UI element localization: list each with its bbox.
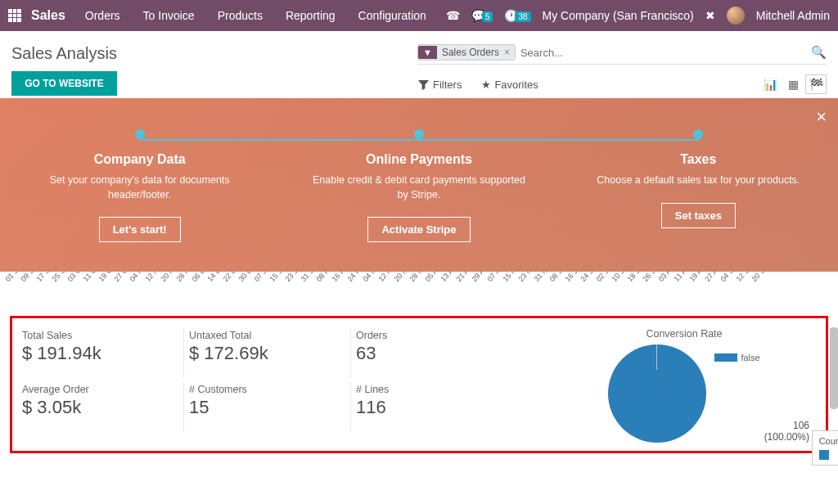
stat-card[interactable]: # Customers15 <box>187 382 351 431</box>
date-tick: 23 Jan 202 <box>284 272 300 283</box>
stat-value: $ 191.94k <box>22 343 183 364</box>
search-icon[interactable]: 🔍 <box>811 45 827 60</box>
date-tick: 31 May 202 <box>533 272 548 283</box>
date-tick: 18 Jul 202 <box>626 272 642 283</box>
date-tick: 02 Jul 202 <box>595 272 610 283</box>
nav-products[interactable]: Products <box>218 9 263 22</box>
date-tick: 27 Aug 202 <box>704 272 719 283</box>
stat-label: Untaxed Total <box>189 330 350 341</box>
close-icon[interactable]: × <box>816 106 827 128</box>
view-dashboard-button[interactable]: 🏁 <box>805 74 827 94</box>
date-tick: 28 Nov 202 <box>175 272 191 283</box>
view-switcher: 📊 ▦ 🏁 <box>759 74 827 94</box>
filter-row: Filters ★Favorites 📊 ▦ 🏁 <box>417 74 827 94</box>
view-graph-button[interactable]: 📊 <box>759 74 781 94</box>
go-to-website-button[interactable]: GO TO WEBSITE <box>11 71 117 96</box>
apps-icon[interactable] <box>8 9 21 22</box>
nav-reporting[interactable]: Reporting <box>286 9 336 22</box>
stat-card[interactable]: Average Order$ 3.05k <box>20 382 184 431</box>
user-name[interactable]: Mitchell Admin <box>756 9 830 22</box>
date-tick: 04 Nov 202 <box>128 272 144 283</box>
conversion-side-value: 106 (100.00%) <box>764 420 809 443</box>
tools-icon[interactable]: ✖ <box>705 9 715 22</box>
card-title: Taxes <box>575 152 821 167</box>
stat-value: 63 <box>356 343 518 364</box>
step-dot <box>414 129 424 139</box>
stat-value: $ 172.69k <box>189 343 350 364</box>
nav-to-invoice[interactable]: To Invoice <box>143 9 195 22</box>
star-icon: ★ <box>481 79 491 91</box>
tag-remove-icon[interactable]: × <box>504 47 510 58</box>
card-title: Company Data <box>17 152 263 167</box>
tooltip-title: Count <box>819 436 838 446</box>
view-pivot-button[interactable]: ▦ <box>782 74 804 94</box>
date-tick: 03 Oct 202 <box>66 272 82 283</box>
chart-legend: false <box>714 353 759 362</box>
stat-value: 15 <box>189 397 350 418</box>
date-tick: 29 Apr 202 <box>471 272 486 283</box>
stats-panel: Total Sales$ 191.94kUntaxed Total$ 172.6… <box>10 316 828 453</box>
date-tick: 12 Nov 202 <box>144 272 160 283</box>
activity-badge: 38 <box>515 11 530 22</box>
chart-tooltip: Count <box>812 430 838 466</box>
date-tick: 16 Feb 202 <box>331 272 346 283</box>
brand[interactable]: Sales <box>31 8 65 23</box>
search-tag: ▼ Sales Orders × <box>417 44 516 61</box>
scrollbar-thumb[interactable] <box>830 327 838 409</box>
date-tick: 20 Mar 202 <box>393 272 408 283</box>
phone-icon[interactable]: ☎ <box>446 9 460 22</box>
card-taxes: Taxes Choose a default sales tax for you… <box>575 129 821 242</box>
subheader: Sales Analysis GO TO WEBSITE ▼ Sales Ord… <box>0 31 838 97</box>
date-tick: 04 Sep 202 <box>719 272 735 283</box>
date-tick: 12 Sep 202 <box>735 272 750 283</box>
date-tick: 15 Jan 202 <box>268 272 284 283</box>
date-tick: 20 Sep 202 <box>750 272 766 283</box>
date-tick: 27 Oct 202 <box>113 272 128 283</box>
stat-label: # Customers <box>189 384 350 395</box>
lets-start-button[interactable]: Let's start! <box>99 217 181 242</box>
date-tick: 03 Aug 202 <box>657 272 673 283</box>
avatar[interactable] <box>727 7 745 25</box>
stat-value: $ 3.05k <box>22 397 183 418</box>
nav-menu: Orders To Invoice Products Reporting Con… <box>85 9 446 22</box>
date-tick: 24 Jun 202 <box>579 272 595 283</box>
stat-label: Orders <box>356 330 518 341</box>
pie-chart[interactable] <box>608 344 706 443</box>
set-taxes-button[interactable]: Set taxes <box>661 203 736 228</box>
date-tick: 16 Jun 202 <box>564 272 579 283</box>
stat-card[interactable]: Total Sales$ 191.94k <box>20 328 184 377</box>
date-tick: 08 Feb 202 <box>315 272 331 283</box>
stat-value: 116 <box>356 397 518 418</box>
nav-configuration[interactable]: Configuration <box>358 9 426 22</box>
date-tick: 26 Jul 202 <box>642 272 657 283</box>
search-bar: ▼ Sales Orders × 🔍 <box>417 44 827 65</box>
favorites-button[interactable]: ★Favorites <box>481 79 538 91</box>
date-tick: 04 Mar 202 <box>362 272 377 283</box>
nav-orders[interactable]: Orders <box>85 9 120 22</box>
date-tick: 17 Sep 202 <box>35 272 51 283</box>
company-selector[interactable]: My Company (San Francisco) <box>543 9 694 22</box>
date-tick: 31 Jan 202 <box>300 272 315 283</box>
stat-card[interactable]: Orders63 <box>354 328 518 377</box>
chat-icon[interactable]: 💬5 <box>471 9 493 22</box>
date-tick: 07 May 202 <box>486 272 502 283</box>
date-tick: 07 Jan 202 <box>253 272 268 283</box>
stat-card[interactable]: Untaxed Total$ 172.69k <box>187 328 351 377</box>
date-tick: 20 Nov 202 <box>160 272 175 283</box>
stat-card[interactable]: # Lines116 <box>354 382 518 431</box>
filters-button[interactable]: Filters <box>417 79 462 91</box>
stat-label: Total Sales <box>22 330 183 341</box>
search-input[interactable] <box>520 47 811 59</box>
activity-icon[interactable]: 🕐38 <box>504 9 530 22</box>
card-desc: Choose a default sales tax for your prod… <box>575 173 821 188</box>
topbar-right: ☎ 💬5 🕐38 My Company (San Francisco) ✖ Mi… <box>446 7 830 25</box>
card-title: Online Payments <box>296 152 542 167</box>
activate-stripe-button[interactable]: Activate Stripe <box>367 217 470 242</box>
conversion-title: Conversion Rate <box>551 328 818 340</box>
onboarding-banner: × Company Data Set your company's data f… <box>0 98 838 272</box>
date-tick: 30 Dec 202 <box>237 272 253 283</box>
date-tick: 21 Apr 202 <box>455 272 471 283</box>
date-tick: 22 Dec 202 <box>222 272 237 283</box>
date-tick: 19 Aug 202 <box>688 272 704 283</box>
date-tick: 12 Mar 202 <box>377 272 393 283</box>
